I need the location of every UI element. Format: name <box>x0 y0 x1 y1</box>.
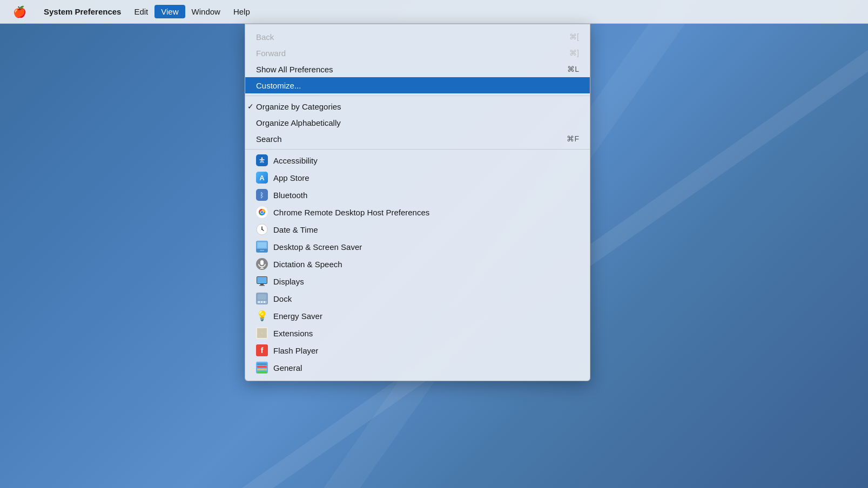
extensions-icon <box>256 327 268 339</box>
menu-item-accessibility[interactable]: Accessibility <box>245 152 590 169</box>
menu-item-flash[interactable]: f Flash Player <box>245 342 590 359</box>
svg-rect-37 <box>262 333 267 338</box>
svg-rect-41 <box>257 363 267 365</box>
desktop-icon <box>256 241 268 253</box>
svg-rect-17 <box>258 242 266 248</box>
svg-rect-29 <box>258 301 260 303</box>
svg-rect-36 <box>257 333 262 338</box>
dock-label: Dock <box>273 294 292 303</box>
svg-point-9 <box>261 211 263 213</box>
menu-section-prefs: Accessibility A App Store ᛒ Bluetooth <box>245 150 590 378</box>
menu-item-bluetooth[interactable]: ᛒ Bluetooth <box>245 186 590 204</box>
svg-rect-35 <box>262 328 267 333</box>
flash-icon: f <box>256 344 268 356</box>
dictation-icon <box>256 258 268 270</box>
menu-item-dock[interactable]: Dock <box>245 290 590 307</box>
search-label: Search <box>256 134 282 144</box>
desktop-label: Desktop & Screen Saver <box>273 242 362 252</box>
back-label: Back <box>256 32 274 42</box>
by-categories-label: Organize by Categories <box>256 102 341 111</box>
show-all-shortcut: ⌘L <box>567 65 579 73</box>
appstore-icon: A <box>256 172 268 184</box>
svg-rect-26 <box>259 285 265 286</box>
svg-text:f: f <box>261 346 264 355</box>
general-icon <box>256 362 268 374</box>
back-shortcut: ⌘⌘[[ <box>569 32 579 41</box>
dictation-label: Dictation & Speech <box>273 260 342 269</box>
menu-item-extensions[interactable]: Extensions <box>245 324 590 342</box>
svg-rect-18 <box>260 250 264 251</box>
back-shortcut-cmd: ⌘ <box>569 32 577 41</box>
svg-rect-30 <box>261 301 263 303</box>
energy-label: Energy Saver <box>273 311 322 321</box>
menu-section-organize: ✓ Organize by Categories Organize Alphab… <box>245 96 590 150</box>
svg-point-1 <box>261 158 263 159</box>
menubar-window[interactable]: Window <box>185 5 227 18</box>
extensions-label: Extensions <box>273 329 313 338</box>
search-shortcut: ⌘F <box>567 134 579 143</box>
menu-item-displays[interactable]: Displays <box>245 273 590 290</box>
bluetooth-icon: ᛒ <box>256 189 268 201</box>
displays-icon <box>256 275 268 287</box>
datetime-icon <box>256 223 268 235</box>
svg-rect-44 <box>257 371 267 373</box>
menubar-view[interactable]: View <box>154 5 185 18</box>
menu-item-back[interactable]: Back ⌘⌘[[ <box>245 29 590 45</box>
menu-item-appstore[interactable]: A App Store <box>245 169 590 186</box>
energy-icon: 💡 <box>256 310 268 322</box>
accessibility-label: Accessibility <box>273 156 318 165</box>
view-menu-dropdown: Back ⌘⌘[[ Forward ⌘] Show All Preference… <box>245 24 590 381</box>
accessibility-icon <box>256 154 268 166</box>
general-label: General <box>273 363 302 372</box>
menu-item-alphabetically[interactable]: Organize Alphabetically <box>245 114 590 131</box>
menu-item-customize[interactable]: Customize... <box>245 77 590 93</box>
dock-icon <box>256 293 268 304</box>
forward-label: Forward <box>256 49 286 58</box>
forward-shortcut: ⌘] <box>569 49 579 57</box>
svg-rect-31 <box>264 301 265 303</box>
flash-label: Flash Player <box>273 346 318 355</box>
svg-rect-32 <box>258 294 266 300</box>
chrome-icon <box>256 206 268 218</box>
svg-point-13 <box>261 229 263 230</box>
svg-rect-24 <box>257 277 267 283</box>
svg-rect-42 <box>257 366 267 368</box>
menubar-edit[interactable]: Edit <box>127 5 154 18</box>
menu-item-datetime[interactable]: Date & Time <box>245 221 590 238</box>
menu-item-forward[interactable]: Forward ⌘] <box>245 45 590 61</box>
menubar: 🍎 System Preferences Edit View Window He… <box>0 0 868 24</box>
menu-item-general[interactable]: General <box>245 359 590 376</box>
menu-item-show-all[interactable]: Show All Preferences ⌘L <box>245 61 590 77</box>
menu-item-dictation[interactable]: Dictation & Speech <box>245 255 590 273</box>
customize-label: Customize... <box>256 81 301 90</box>
menu-item-chrome[interactable]: Chrome Remote Desktop Host Preferences <box>245 204 590 221</box>
chrome-label: Chrome Remote Desktop Host Preferences <box>273 208 429 217</box>
datetime-label: Date & Time <box>273 225 318 234</box>
menu-item-by-categories[interactable]: ✓ Organize by Categories <box>245 98 590 114</box>
menu-section-navigation: Back ⌘⌘[[ Forward ⌘] Show All Preference… <box>245 26 590 96</box>
menubar-help[interactable]: Help <box>227 5 257 18</box>
menu-item-search[interactable]: Search ⌘F <box>245 131 590 147</box>
apple-menu[interactable]: 🍎 <box>6 3 33 21</box>
appstore-label: App Store <box>273 173 309 182</box>
menu-item-energy[interactable]: 💡 Energy Saver <box>245 307 590 324</box>
categories-checkmark: ✓ <box>247 102 254 111</box>
displays-label: Displays <box>273 277 304 286</box>
alphabetically-label: Organize Alphabetically <box>256 118 341 127</box>
svg-rect-34 <box>257 328 262 333</box>
svg-text:ᛒ: ᛒ <box>260 191 264 199</box>
svg-text:A: A <box>259 174 265 182</box>
menu-item-desktop[interactable]: Desktop & Screen Saver <box>245 238 590 255</box>
bluetooth-label: Bluetooth <box>273 191 307 200</box>
svg-rect-20 <box>260 260 264 265</box>
svg-rect-43 <box>257 369 267 370</box>
menubar-app-name[interactable]: System Preferences <box>37 5 127 18</box>
show-all-label: Show All Preferences <box>256 65 333 74</box>
svg-rect-25 <box>260 284 264 285</box>
